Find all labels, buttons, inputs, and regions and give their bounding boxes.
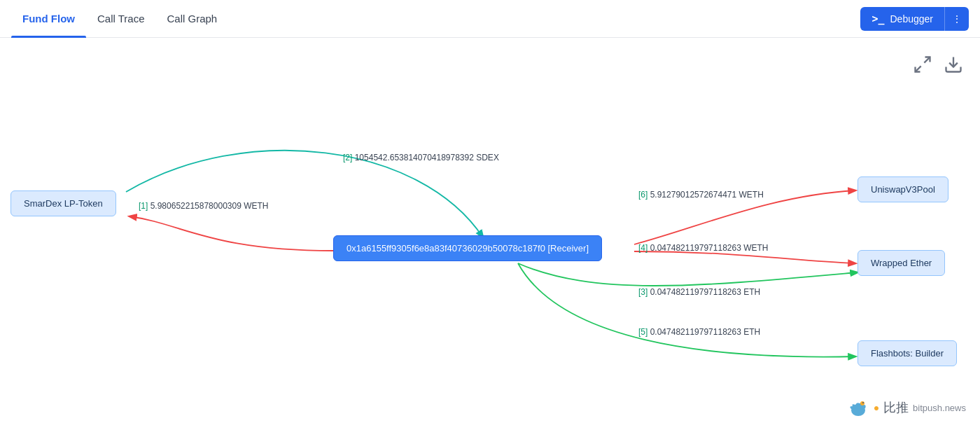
edge-label-3: [3] 0.047482119797118263 ETH: [638, 287, 760, 297]
more-icon: ⋮: [952, 13, 962, 25]
node-flashbots-label: Flashbots: Builder: [871, 348, 944, 359]
node-smardex[interactable]: SmarDex LP-Token: [10, 190, 116, 216]
header: Fund Flow Call Trace Call Graph >_ Debug…: [0, 0, 980, 38]
node-center-label: 0x1a6155ff9305f6e8a83f40736029b50078c187…: [346, 243, 589, 254]
edge-label-5: [5] 0.047482119797118263 ETH: [638, 327, 760, 337]
debugger-icon: >_: [872, 13, 884, 25]
debugger-group: >_ Debugger ⋮: [860, 7, 969, 31]
edge-label-6: [6] 5.91279012572674471 WETH: [638, 190, 764, 200]
flow-canvas: SmarDex LP-Token 0x1a6155ff9305f6e8a83f4…: [0, 38, 980, 430]
canvas-toolbar: [913, 55, 963, 74]
tab-fund-flow[interactable]: Fund Flow: [11, 0, 86, 38]
tab-call-trace-label: Call Trace: [97, 13, 145, 25]
edges-svg: [0, 38, 980, 430]
expand-icon[interactable]: [913, 55, 932, 74]
tab-call-trace[interactable]: Call Trace: [86, 0, 156, 38]
svg-line-1: [916, 66, 921, 71]
watermark-brand: 比推: [883, 399, 909, 416]
svg-line-0: [924, 57, 930, 63]
edge-2-value: 1054542.653814070418978392 SDEX: [355, 153, 499, 162]
tab-call-graph-label: Call Graph: [167, 13, 218, 25]
edge-2-index: [2]: [343, 153, 352, 162]
edge-3-index: [3]: [638, 287, 648, 297]
watermark-url: bitpush.news: [913, 403, 966, 413]
svg-point-5: [862, 402, 864, 403]
edge-label-2: [2] 1054542.653814070418978392 SDEX: [343, 153, 499, 162]
node-smardex-label: SmarDex LP-Token: [24, 198, 103, 209]
edge-label-4: [4] 0.047482119797118263 WETH: [638, 243, 768, 253]
node-uniswap[interactable]: UniswapV3Pool: [858, 176, 948, 202]
svg-point-4: [860, 401, 864, 405]
debugger-more-button[interactable]: ⋮: [944, 7, 969, 31]
edge-label-1: [1] 5.980652215878000309 WETH: [139, 201, 268, 211]
tab-fund-flow-label: Fund Flow: [22, 13, 75, 25]
edge-6-index: [6]: [638, 190, 648, 200]
node-wrapped-label: Wrapped Ether: [871, 258, 932, 268]
debugger-label: Debugger: [890, 13, 934, 25]
node-center[interactable]: 0x1a6155ff9305f6e8a83f40736029b50078c187…: [333, 235, 602, 261]
tab-call-graph[interactable]: Call Graph: [156, 0, 229, 38]
node-flashbots[interactable]: Flashbots: Builder: [858, 340, 957, 366]
edge-1-value: 5.980652215878000309 WETH: [150, 201, 269, 211]
watermark: ● 比推 bitpush.news: [847, 396, 966, 419]
edge-4-value: 0.047482119797118263 WETH: [650, 243, 769, 253]
download-icon[interactable]: [944, 55, 963, 74]
edge-4-index: [4]: [638, 243, 648, 253]
edge-1-index: [1]: [139, 201, 148, 211]
bird-icon: [847, 396, 869, 419]
node-uniswap-label: UniswapV3Pool: [871, 184, 935, 195]
edge-6-value: 5.91279012572674471 WETH: [650, 190, 764, 200]
edge-5-index: [5]: [638, 327, 648, 337]
node-wrapped[interactable]: Wrapped Ether: [858, 250, 945, 276]
edge-3-value: 0.047482119797118263 ETH: [650, 287, 760, 297]
watermark-dot: ●: [874, 402, 879, 413]
edge-5-value: 0.047482119797118263 ETH: [650, 327, 760, 337]
debugger-button[interactable]: >_ Debugger: [860, 7, 944, 31]
